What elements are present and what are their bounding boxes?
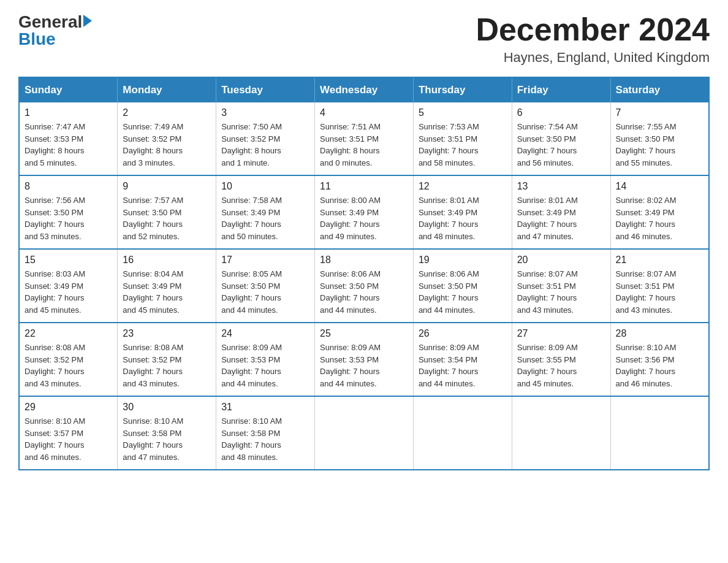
calendar-cell <box>315 396 414 470</box>
calendar-cell: 8Sunrise: 7:56 AM Sunset: 3:50 PM Daylig… <box>19 175 118 249</box>
day-info: Sunrise: 8:09 AM Sunset: 3:53 PM Dayligh… <box>320 342 408 389</box>
day-number: 25 <box>320 328 408 339</box>
calendar-cell: 4Sunrise: 7:51 AM Sunset: 3:51 PM Daylig… <box>315 102 414 175</box>
calendar-cell: 29Sunrise: 8:10 AM Sunset: 3:57 PM Dayli… <box>19 396 118 470</box>
day-info: Sunrise: 7:54 AM Sunset: 3:50 PM Dayligh… <box>517 121 605 169</box>
calendar-cell: 26Sunrise: 8:09 AM Sunset: 3:54 PM Dayli… <box>413 323 512 396</box>
day-number: 31 <box>221 402 309 413</box>
calendar-cell: 17Sunrise: 8:05 AM Sunset: 3:50 PM Dayli… <box>216 249 315 323</box>
day-info: Sunrise: 8:01 AM Sunset: 3:49 PM Dayligh… <box>419 194 507 242</box>
calendar-header-monday: Monday <box>118 77 216 102</box>
calendar-cell <box>512 396 610 470</box>
calendar-cell: 12Sunrise: 8:01 AM Sunset: 3:49 PM Dayli… <box>413 175 512 249</box>
day-info: Sunrise: 7:57 AM Sunset: 3:50 PM Dayligh… <box>123 194 211 242</box>
calendar-cell: 1Sunrise: 7:47 AM Sunset: 3:53 PM Daylig… <box>19 102 118 175</box>
day-info: Sunrise: 8:07 AM Sunset: 3:51 PM Dayligh… <box>616 268 703 316</box>
calendar-week-4: 22Sunrise: 8:08 AM Sunset: 3:52 PM Dayli… <box>19 323 709 396</box>
day-info: Sunrise: 8:08 AM Sunset: 3:52 PM Dayligh… <box>123 342 211 389</box>
day-number: 21 <box>616 255 703 266</box>
day-number: 20 <box>517 255 605 266</box>
calendar-cell: 27Sunrise: 8:09 AM Sunset: 3:55 PM Dayli… <box>512 323 610 396</box>
calendar-cell: 28Sunrise: 8:10 AM Sunset: 3:56 PM Dayli… <box>610 323 709 396</box>
calendar-cell: 19Sunrise: 8:06 AM Sunset: 3:50 PM Dayli… <box>413 249 512 323</box>
calendar-cell: 13Sunrise: 8:01 AM Sunset: 3:49 PM Dayli… <box>512 175 610 249</box>
calendar-cell: 31Sunrise: 8:10 AM Sunset: 3:58 PM Dayli… <box>216 396 315 470</box>
calendar-cell: 2Sunrise: 7:49 AM Sunset: 3:52 PM Daylig… <box>118 102 216 175</box>
day-number: 5 <box>419 107 507 118</box>
day-number: 7 <box>616 107 703 118</box>
calendar-cell: 6Sunrise: 7:54 AM Sunset: 3:50 PM Daylig… <box>512 102 610 175</box>
day-info: Sunrise: 8:09 AM Sunset: 3:54 PM Dayligh… <box>419 342 507 389</box>
day-info: Sunrise: 7:49 AM Sunset: 3:52 PM Dayligh… <box>123 121 211 169</box>
day-info: Sunrise: 8:10 AM Sunset: 3:57 PM Dayligh… <box>25 415 112 463</box>
calendar-header-wednesday: Wednesday <box>315 77 414 102</box>
calendar-week-1: 1Sunrise: 7:47 AM Sunset: 3:53 PM Daylig… <box>19 102 709 175</box>
calendar-cell: 14Sunrise: 8:02 AM Sunset: 3:49 PM Dayli… <box>610 175 709 249</box>
day-number: 13 <box>517 181 605 192</box>
day-number: 15 <box>25 255 112 266</box>
logo-arrow-icon <box>83 15 92 27</box>
day-info: Sunrise: 7:56 AM Sunset: 3:50 PM Dayligh… <box>25 194 112 242</box>
calendar-header-saturday: Saturday <box>610 77 709 102</box>
day-number: 18 <box>320 255 408 266</box>
day-info: Sunrise: 7:50 AM Sunset: 3:52 PM Dayligh… <box>221 121 309 169</box>
calendar-cell: 5Sunrise: 7:53 AM Sunset: 3:51 PM Daylig… <box>413 102 512 175</box>
day-info: Sunrise: 7:51 AM Sunset: 3:51 PM Dayligh… <box>320 121 408 169</box>
calendar-week-3: 15Sunrise: 8:03 AM Sunset: 3:49 PM Dayli… <box>19 249 709 323</box>
calendar-table: SundayMondayTuesdayWednesdayThursdayFrid… <box>18 77 710 470</box>
calendar-cell: 3Sunrise: 7:50 AM Sunset: 3:52 PM Daylig… <box>216 102 315 175</box>
day-number: 1 <box>25 107 112 118</box>
calendar-cell: 9Sunrise: 7:57 AM Sunset: 3:50 PM Daylig… <box>118 175 216 249</box>
day-info: Sunrise: 8:06 AM Sunset: 3:50 PM Dayligh… <box>320 268 408 316</box>
calendar-cell: 20Sunrise: 8:07 AM Sunset: 3:51 PM Dayli… <box>512 249 610 323</box>
calendar-cell: 22Sunrise: 8:08 AM Sunset: 3:52 PM Dayli… <box>19 323 118 396</box>
calendar-cell: 11Sunrise: 8:00 AM Sunset: 3:49 PM Dayli… <box>315 175 414 249</box>
page-header: General Blue December 2024 Haynes, Engla… <box>18 12 710 66</box>
day-number: 24 <box>221 328 309 339</box>
day-number: 23 <box>123 328 211 339</box>
day-info: Sunrise: 8:09 AM Sunset: 3:53 PM Dayligh… <box>221 342 309 389</box>
logo-blue: Blue <box>18 29 56 49</box>
day-info: Sunrise: 8:10 AM Sunset: 3:56 PM Dayligh… <box>616 342 703 389</box>
day-number: 17 <box>221 255 309 266</box>
day-info: Sunrise: 7:55 AM Sunset: 3:50 PM Dayligh… <box>616 121 703 169</box>
day-info: Sunrise: 8:03 AM Sunset: 3:49 PM Dayligh… <box>25 268 112 316</box>
day-number: 8 <box>25 181 112 192</box>
calendar-cell <box>610 396 709 470</box>
calendar-cell <box>413 396 512 470</box>
day-number: 30 <box>123 402 211 413</box>
day-info: Sunrise: 8:04 AM Sunset: 3:49 PM Dayligh… <box>123 268 211 316</box>
day-number: 26 <box>419 328 507 339</box>
calendar-header-sunday: Sunday <box>19 77 118 102</box>
calendar-week-5: 29Sunrise: 8:10 AM Sunset: 3:57 PM Dayli… <box>19 396 709 470</box>
day-info: Sunrise: 8:00 AM Sunset: 3:49 PM Dayligh… <box>320 194 408 242</box>
day-number: 14 <box>616 181 703 192</box>
calendar-cell: 15Sunrise: 8:03 AM Sunset: 3:49 PM Dayli… <box>19 249 118 323</box>
day-info: Sunrise: 7:58 AM Sunset: 3:49 PM Dayligh… <box>221 194 309 242</box>
day-number: 22 <box>25 328 112 339</box>
logo: General Blue <box>18 12 92 49</box>
day-info: Sunrise: 8:09 AM Sunset: 3:55 PM Dayligh… <box>517 342 605 389</box>
day-info: Sunrise: 7:47 AM Sunset: 3:53 PM Dayligh… <box>25 121 112 169</box>
day-number: 2 <box>123 107 211 118</box>
calendar-week-2: 8Sunrise: 7:56 AM Sunset: 3:50 PM Daylig… <box>19 175 709 249</box>
day-number: 19 <box>419 255 507 266</box>
calendar-cell: 18Sunrise: 8:06 AM Sunset: 3:50 PM Dayli… <box>315 249 414 323</box>
calendar-cell: 16Sunrise: 8:04 AM Sunset: 3:49 PM Dayli… <box>118 249 216 323</box>
day-number: 11 <box>320 181 408 192</box>
day-number: 6 <box>517 107 605 118</box>
day-info: Sunrise: 7:53 AM Sunset: 3:51 PM Dayligh… <box>419 121 507 169</box>
calendar-header-tuesday: Tuesday <box>216 77 315 102</box>
day-number: 27 <box>517 328 605 339</box>
day-number: 3 <box>221 107 309 118</box>
day-number: 16 <box>123 255 211 266</box>
day-info: Sunrise: 8:06 AM Sunset: 3:50 PM Dayligh… <box>419 268 507 316</box>
calendar-cell: 24Sunrise: 8:09 AM Sunset: 3:53 PM Dayli… <box>216 323 315 396</box>
calendar-cell: 25Sunrise: 8:09 AM Sunset: 3:53 PM Dayli… <box>315 323 414 396</box>
calendar-cell: 21Sunrise: 8:07 AM Sunset: 3:51 PM Dayli… <box>610 249 709 323</box>
calendar-cell: 30Sunrise: 8:10 AM Sunset: 3:58 PM Dayli… <box>118 396 216 470</box>
calendar-header-friday: Friday <box>512 77 610 102</box>
day-number: 9 <box>123 181 211 192</box>
day-number: 29 <box>25 402 112 413</box>
day-number: 4 <box>320 107 408 118</box>
